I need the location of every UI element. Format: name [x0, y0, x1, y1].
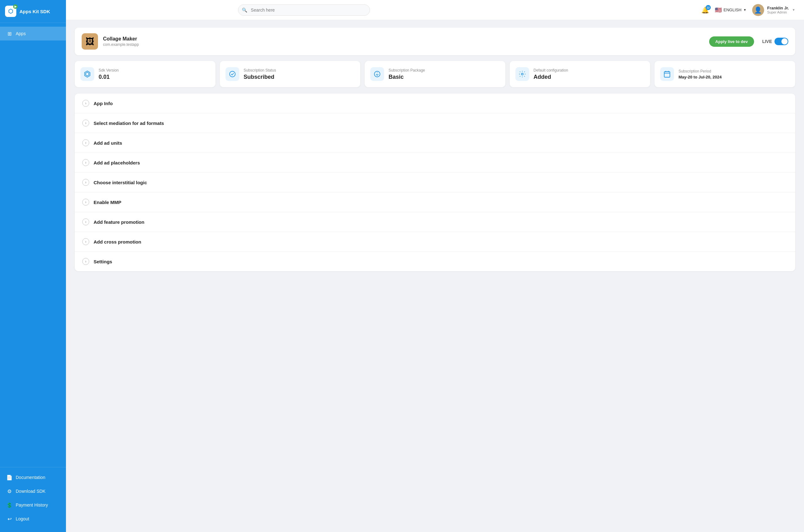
- sidebar-item-download-sdk[interactable]: ⚙ Download SDK: [0, 484, 66, 498]
- stat-sdk-details: Sdk Version 0.01: [98, 68, 119, 80]
- sidebar-item-payment-history-label: Payment History: [16, 502, 48, 508]
- sidebar-item-apps[interactable]: ⊞ Apps: [0, 27, 66, 40]
- sidebar-item-logout[interactable]: ↩ Logout: [0, 512, 66, 526]
- svg-point-3: [374, 71, 380, 77]
- default-config-icon-wrap: [515, 67, 529, 81]
- main-content: 🔍 🔔 12 🇺🇸 ENGLISH ▼ 👤 Franklin Jr. Super…: [66, 0, 804, 532]
- search-bar: 🔍: [238, 4, 370, 16]
- topbar: 🔍 🔔 12 🇺🇸 ENGLISH ▼ 👤 Franklin Jr. Super…: [66, 0, 804, 20]
- subscription-period-value: May-20 to Jul-20, 2024: [678, 75, 721, 79]
- accordion-item-choose-interstitial[interactable]: › Choose interstitial logic: [75, 173, 795, 192]
- live-toggle: LIVE: [762, 38, 788, 45]
- notification-badge: 12: [706, 5, 711, 10]
- subscription-package-label: Subscription Package: [388, 68, 425, 73]
- stat-card-default-config: Default configuration Added: [510, 61, 651, 87]
- documentation-icon: 📄: [6, 474, 13, 480]
- subscription-period-label: Subscription Period: [678, 69, 721, 73]
- accordion-title-select-mediation: Select mediation for ad formats: [94, 120, 164, 126]
- content-area: 🖼 Collage Maker com.example.testapp Appl…: [66, 20, 804, 532]
- accordion-item-settings[interactable]: › Settings: [75, 252, 795, 271]
- chevron-icon-add-ad-units: ›: [82, 139, 89, 146]
- chevron-icon-choose-interstitial: ›: [82, 179, 89, 186]
- gear-icon: [518, 70, 526, 78]
- chevron-icon-select-mediation: ›: [82, 119, 89, 127]
- topbar-right: 🔔 12 🇺🇸 ENGLISH ▼ 👤 Franklin Jr. Super A…: [701, 4, 795, 16]
- language-selector[interactable]: 🇺🇸 ENGLISH ▼: [715, 6, 747, 14]
- chevron-icon-add-feature-promo: ›: [82, 218, 89, 225]
- logout-icon: ↩: [6, 516, 13, 522]
- svg-marker-1: [86, 72, 89, 76]
- check-circle-icon: [229, 70, 236, 78]
- stat-card-subscription-status: Subscription Status Subscribed: [220, 61, 361, 87]
- stats-grid: Sdk Version 0.01 Subscription Status Sub…: [75, 61, 795, 87]
- download-sdk-icon: ⚙: [6, 488, 13, 494]
- chevron-icon-settings: ›: [82, 258, 89, 265]
- apply-live-to-dev-button[interactable]: Apply live to dev: [709, 36, 754, 47]
- app-details: Collage Maker com.example.testapp: [103, 36, 697, 47]
- toggle-thumb: [781, 38, 788, 44]
- app-bundle: com.example.testapp: [103, 42, 697, 47]
- language-label: ENGLISH: [724, 7, 742, 12]
- subscription-status-value: Subscribed: [244, 74, 276, 80]
- user-name: Franklin Jr.: [767, 6, 789, 11]
- search-input[interactable]: [238, 4, 370, 16]
- stat-period-details: Subscription Period May-20 to Jul-20, 20…: [678, 69, 721, 79]
- accordion-title-add-feature-promo: Add feature promotion: [94, 220, 145, 225]
- accordion-title-app-info: App Info: [94, 101, 113, 106]
- refresh-money-icon: [373, 70, 381, 78]
- logo-badge: ▶: [13, 4, 18, 9]
- payment-history-icon: 💲: [6, 502, 13, 508]
- accordion-title-enable-mmp: Enable MMP: [94, 200, 121, 205]
- notification-button[interactable]: 🔔 12: [701, 6, 709, 14]
- chevron-icon-add-ad-placeholders: ›: [82, 159, 89, 166]
- stat-card-sdk-version: Sdk Version 0.01: [75, 61, 216, 87]
- sidebar: ⬡ ▶ Apps Kit SDK ⊞ Apps 📄 Documentation …: [0, 0, 66, 532]
- chevron-icon-enable-mmp: ›: [82, 199, 89, 206]
- subscription-status-label: Subscription Status: [244, 68, 276, 73]
- accordion-item-add-ad-placeholders[interactable]: › Add ad placeholders: [75, 153, 795, 173]
- stat-default-config-details: Default configuration Added: [534, 68, 568, 80]
- svg-point-2: [230, 71, 235, 77]
- sidebar-bottom: 📄 Documentation ⚙ Download SDK 💲 Payment…: [0, 467, 66, 532]
- accordion-title-add-ad-placeholders: Add ad placeholders: [94, 160, 140, 166]
- live-toggle-switch[interactable]: [774, 38, 788, 45]
- user-info[interactable]: 👤 Franklin Jr. Super Admin ▼: [752, 4, 795, 16]
- logo-icon: ⬡ ▶: [5, 6, 16, 17]
- sdk-version-value: 0.01: [98, 74, 119, 80]
- accordion-item-app-info[interactable]: › App Info: [75, 94, 795, 113]
- accordion-container: › App Info › Select mediation for ad for…: [75, 94, 795, 271]
- accordion-item-add-cross-promo[interactable]: › Add cross promotion: [75, 232, 795, 252]
- user-details: Franklin Jr. Super Admin: [767, 6, 789, 14]
- app-name: Collage Maker: [103, 36, 697, 42]
- stat-subscription-details: Subscription Status Subscribed: [244, 68, 276, 80]
- accordion-item-add-ad-units[interactable]: › Add ad units: [75, 133, 795, 153]
- user-chevron-icon: ▼: [792, 8, 795, 12]
- accordion-item-enable-mmp[interactable]: › Enable MMP: [75, 192, 795, 212]
- svg-rect-5: [664, 72, 670, 77]
- language-chevron-icon: ▼: [743, 8, 747, 12]
- live-label: LIVE: [762, 39, 772, 44]
- flag-icon: 🇺🇸: [715, 6, 722, 14]
- stat-package-details: Subscription Package Basic: [388, 68, 425, 80]
- calendar-icon: [663, 70, 671, 78]
- sidebar-item-download-sdk-label: Download SDK: [16, 489, 45, 494]
- accordion-item-select-mediation[interactable]: › Select mediation for ad formats: [75, 113, 795, 133]
- app-icon: 🖼: [81, 33, 98, 50]
- sidebar-item-logout-label: Logout: [16, 516, 29, 521]
- subscription-status-icon-wrap: [225, 67, 239, 81]
- avatar: 👤: [752, 4, 764, 16]
- sidebar-item-documentation[interactable]: 📄 Documentation: [0, 471, 66, 484]
- subscription-package-icon-wrap: [370, 67, 384, 81]
- logo-text: Apps Kit SDK: [19, 9, 50, 14]
- accordion-title-add-cross-promo: Add cross promotion: [94, 239, 141, 245]
- subscription-package-value: Basic: [388, 74, 425, 80]
- sidebar-item-apps-label: Apps: [16, 31, 26, 36]
- apps-icon: ⊞: [6, 31, 13, 37]
- chevron-icon-add-cross-promo: ›: [82, 238, 89, 245]
- sidebar-item-payment-history[interactable]: 💲 Payment History: [0, 498, 66, 512]
- accordion-item-add-feature-promo[interactable]: › Add feature promotion: [75, 212, 795, 232]
- sdk-version-label: Sdk Version: [98, 68, 119, 73]
- default-config-value: Added: [534, 74, 568, 80]
- svg-point-4: [522, 73, 523, 75]
- sidebar-nav: ⊞ Apps: [0, 23, 66, 467]
